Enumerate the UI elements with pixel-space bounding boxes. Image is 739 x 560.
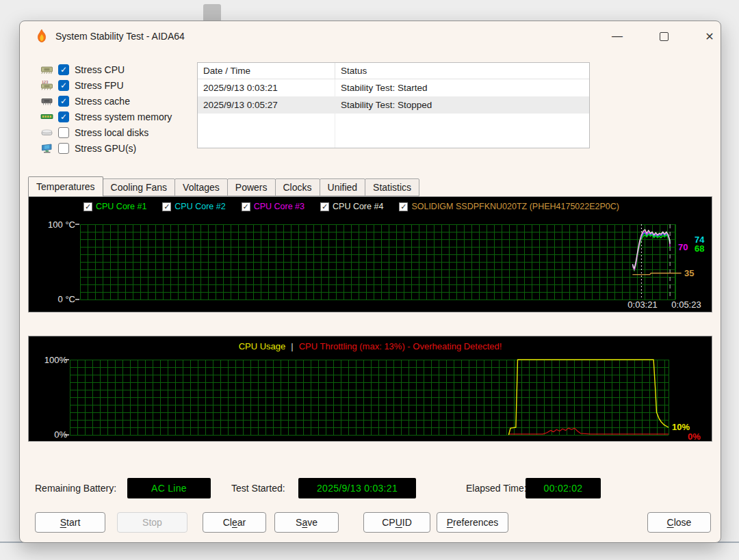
cell-datetime: 2025/9/13 0:03:21 (198, 79, 335, 96)
event-log-table: Date / Time Status 2025/9/13 0:03:21Stab… (197, 62, 590, 148)
flame-app-icon (35, 29, 49, 44)
maximize-button[interactable] (650, 25, 677, 47)
fpu-icon: 123 (40, 79, 55, 91)
legend-checkbox-cpu-core-1[interactable]: ✓ (83, 202, 92, 211)
cell-status (335, 114, 589, 131)
checkbox-stress-local-disks[interactable] (58, 127, 69, 138)
tab-statistics[interactable]: Statistics (365, 178, 419, 196)
clear-button[interactable]: Clear (203, 512, 266, 533)
battery-value-display: AC Line (127, 478, 211, 498)
window-title: System Stability Test - AIDA64 (55, 31, 185, 42)
current-value-label: 68 (695, 243, 704, 254)
current-value-label: 0% (688, 431, 701, 442)
stop-button[interactable]: Stop (117, 512, 187, 533)
usage-y-min-label: 0% (34, 429, 67, 440)
legend-checkbox-solidigm-ssdpfknu020tz-pheh4175022e2p0c[interactable]: ✓ (399, 202, 408, 211)
tab-bar: TemperaturesCooling FansVoltagesPowersCl… (28, 176, 419, 196)
legend-label: SOLIDIGM SSDPFKNU020TZ (PHEH4175022E2P0C… (411, 202, 619, 211)
legend-item-cpu-core-4: ✓CPU Core #4 (320, 202, 383, 211)
legend-item-cpu-core-2: ✓CPU Core #2 (162, 202, 225, 211)
stress-option-stress-gpu-s: Stress GPU(s) (40, 140, 172, 156)
table-row-empty[interactable] (198, 114, 589, 131)
stress-option-stress-local-disks: Stress local disks (40, 124, 172, 140)
cell-status (335, 131, 589, 148)
checkbox-stress-gpu-s[interactable] (58, 143, 69, 154)
maximize-icon (660, 32, 669, 41)
cell-datetime (198, 114, 335, 131)
stress-options-list: ✓Stress CPU123✓Stress FPU✓Stress cache✓S… (40, 62, 172, 156)
stress-option-label: Stress cache (75, 96, 130, 107)
temperature-chart-panel: ✓CPU Core #1✓CPU Core #2✓CPU Core #3✓CPU… (28, 196, 712, 312)
start-button[interactable]: Start (35, 512, 105, 533)
table-header-row: Date / Time Status (198, 63, 589, 79)
legend-label: CPU Core #1 (96, 202, 146, 211)
minimize-icon: — (612, 30, 623, 42)
legend-checkbox-cpu-core-3[interactable]: ✓ (242, 202, 250, 211)
column-header-datetime[interactable]: Date / Time (198, 63, 335, 79)
y-axis-min-label: 0 °C (36, 294, 75, 304)
cpuid-button[interactable]: CPUID (363, 512, 430, 533)
checkbox-stress-cache[interactable]: ✓ (58, 96, 69, 107)
test-started-label: Test Started: (231, 478, 285, 498)
close-button[interactable]: Close (647, 512, 711, 533)
legend-checkbox-cpu-core-2[interactable]: ✓ (162, 202, 171, 211)
current-value-label: 35 (684, 268, 694, 278)
cpu-icon (40, 64, 55, 75)
cpu-usage-chart (29, 336, 712, 441)
close-window-button[interactable]: ✕ (696, 25, 721, 47)
cell-datetime: 2025/9/13 0:05:27 (198, 96, 335, 114)
tab-unified[interactable]: Unified (320, 178, 366, 196)
stress-option-label: Stress CPU (75, 64, 125, 75)
table-row[interactable]: 2025/9/13 0:05:27Stability Test: Stopped (198, 96, 589, 114)
cpu-usage-title: CPU Usage (239, 341, 286, 351)
stress-option-stress-cache: ✓Stress cache (40, 93, 172, 109)
tab-voltages[interactable]: Voltages (174, 178, 228, 196)
stress-option-stress-system-memory: ✓Stress system memory (40, 109, 172, 124)
tab-clocks[interactable]: Clocks (275, 178, 320, 196)
desktop-background: System Stability Test - AIDA64 — ✕ ✓Stre… (0, 0, 739, 560)
legend-label: CPU Core #2 (174, 202, 225, 211)
x-tick-test-end: 0:05:23 (666, 299, 706, 310)
preferences-button[interactable]: Preferences (437, 512, 508, 533)
svg-text:123: 123 (42, 80, 48, 84)
tab-cooling-fans[interactable]: Cooling Fans (103, 178, 176, 196)
disk-icon (40, 126, 55, 138)
title-separator: | (291, 341, 293, 351)
app-window: System Stability Test - AIDA64 — ✕ ✓Stre… (19, 21, 721, 543)
cell-datetime (198, 131, 335, 148)
stress-option-stress-cpu: ✓Stress CPU (40, 62, 172, 77)
legend-checkbox-cpu-core-4[interactable]: ✓ (320, 202, 329, 211)
stress-option-stress-fpu: 123✓Stress FPU (40, 77, 172, 93)
stress-option-label: Stress GPU(s) (75, 143, 136, 154)
x-tick-test-start: 0:03:21 (623, 299, 662, 310)
current-value-label: 70 (678, 242, 688, 252)
table-row-empty[interactable] (198, 131, 589, 148)
memory-icon (40, 111, 55, 122)
button-row: StartStopClearSaveCPUIDPreferencesClose (20, 512, 721, 533)
elapsed-time-value: 00:02:02 (544, 483, 583, 494)
checkbox-stress-fpu[interactable]: ✓ (58, 80, 69, 91)
cpu-usage-chart-title: CPU Usage | CPU Throttling (max: 13%) - … (29, 341, 712, 351)
stress-option-label: Stress system memory (75, 111, 172, 122)
tab-powers[interactable]: Powers (227, 178, 276, 196)
checkbox-stress-cpu[interactable]: ✓ (58, 64, 69, 75)
legend-item-cpu-core-1: ✓CPU Core #1 (83, 202, 146, 211)
minimize-button[interactable]: — (604, 25, 631, 47)
cell-status: Stability Test: Stopped (335, 96, 589, 114)
temperature-chart (29, 197, 712, 312)
battery-label: Remaining Battery: (35, 478, 116, 498)
current-value-label: 10% (672, 422, 690, 432)
test-started-value: 2025/9/13 0:03:21 (317, 483, 398, 494)
y-axis-max-label: 100 °C (36, 219, 75, 230)
tab-temperatures[interactable]: Temperatures (28, 176, 103, 196)
usage-y-max-label: 100% (34, 355, 67, 365)
table-row[interactable]: 2025/9/13 0:03:21Stability Test: Started (198, 79, 589, 96)
save-button[interactable]: Save (274, 512, 339, 533)
status-bar: Remaining Battery: AC Line Test Started:… (20, 478, 721, 498)
elapsed-time-label: Elapsed Time: (466, 478, 527, 498)
column-header-status[interactable]: Status (335, 63, 589, 79)
temperature-legend: ✓CPU Core #1✓CPU Core #2✓CPU Core #3✓CPU… (83, 202, 619, 211)
checkbox-stress-system-memory[interactable]: ✓ (58, 111, 69, 122)
battery-value: AC Line (151, 483, 187, 494)
close-icon: ✕ (705, 30, 714, 43)
